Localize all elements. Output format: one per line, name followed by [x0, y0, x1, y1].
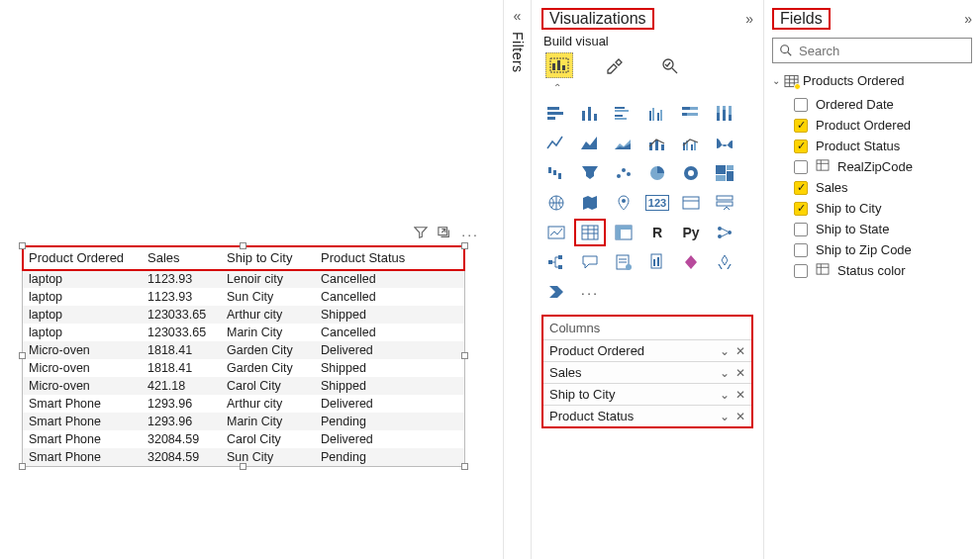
field-item[interactable]: RealZipCode — [772, 156, 972, 177]
line-stacked-column-icon[interactable] — [642, 131, 672, 156]
table-row[interactable]: Micro-oven1818.41Garden CityDelivered — [23, 341, 464, 359]
field-checkbox[interactable]: ✓ — [794, 119, 808, 133]
power-apps-icon[interactable] — [676, 249, 706, 275]
qna-icon[interactable] — [575, 249, 605, 275]
chevron-down-icon[interactable]: ⌄ — [720, 388, 730, 402]
stacked-area-icon[interactable] — [609, 131, 638, 156]
decomposition-tree-icon[interactable] — [541, 249, 571, 275]
column-header[interactable]: Product Status — [315, 246, 464, 270]
stacked-column-100-icon[interactable] — [710, 101, 739, 127]
field-checkbox[interactable] — [794, 160, 808, 174]
ribbon-chart-icon[interactable] — [710, 131, 739, 156]
resize-handle[interactable] — [461, 242, 468, 249]
multi-row-card-icon[interactable] — [710, 190, 739, 216]
resize-handle[interactable] — [19, 242, 26, 249]
field-well-item[interactable]: Product Ordered⌄✕ — [543, 340, 751, 362]
r-visual-icon[interactable]: R — [642, 220, 672, 245]
field-item[interactable]: ✓Sales — [772, 177, 972, 198]
get-more-visuals-icon[interactable] — [710, 249, 739, 275]
field-item[interactable]: Ship to State — [772, 219, 972, 239]
column-header[interactable]: Product Ordered — [23, 246, 142, 270]
field-checkbox[interactable] — [794, 243, 808, 257]
more-visuals-icon[interactable]: ··· — [575, 279, 605, 305]
card-icon[interactable] — [676, 190, 706, 216]
field-checkbox[interactable]: ✓ — [794, 181, 808, 195]
paginated-report-icon[interactable] — [642, 249, 672, 275]
table-row[interactable]: Smart Phone32084.59Carol CityDelivered — [23, 430, 464, 448]
table-visual[interactable]: Product Ordered Sales Ship to City Produ… — [22, 245, 465, 467]
search-input[interactable] — [799, 44, 965, 58]
smart-narrative-icon[interactable] — [609, 249, 638, 275]
table-row[interactable]: laptop123033.65Arthur cityShipped — [23, 306, 464, 324]
column-header[interactable]: Ship to City — [221, 246, 315, 270]
build-tab-icon[interactable] — [545, 52, 573, 78]
line-clustered-column-icon[interactable] — [676, 131, 706, 156]
remove-field-icon[interactable]: ✕ — [735, 410, 745, 423]
field-item[interactable]: ✓Ship to City — [772, 198, 972, 219]
table-visual-icon[interactable] — [575, 220, 605, 245]
matrix-icon[interactable] — [609, 220, 638, 245]
treemap-icon[interactable] — [710, 160, 739, 186]
stacked-column-icon[interactable] — [575, 101, 605, 127]
remove-field-icon[interactable]: ✕ — [735, 344, 745, 358]
focus-mode-icon[interactable] — [438, 226, 451, 242]
more-options-icon[interactable]: ··· — [461, 227, 479, 242]
field-well-item[interactable]: Sales⌄✕ — [543, 362, 751, 384]
table-row[interactable]: laptop123033.65Marin CityCancelled — [23, 324, 464, 341]
pie-chart-icon[interactable] — [642, 160, 672, 186]
clustered-bar-icon[interactable] — [609, 101, 638, 127]
map-icon[interactable] — [541, 190, 571, 216]
remove-field-icon[interactable]: ✕ — [735, 366, 745, 380]
fields-search[interactable] — [772, 38, 972, 63]
table-row[interactable]: Micro-oven1818.41Garden CityShipped — [23, 359, 464, 377]
resize-handle[interactable] — [240, 242, 246, 249]
chevron-down-icon[interactable]: ⌄ — [720, 344, 730, 358]
gauge-icon[interactable]: 123 — [642, 190, 672, 216]
format-tab-icon[interactable] — [601, 52, 629, 78]
stacked-bar-100-icon[interactable] — [676, 101, 706, 127]
field-item[interactable]: Ordered Date — [772, 94, 972, 115]
field-item[interactable]: Status color — [772, 260, 972, 281]
field-item[interactable]: ✓Product Ordered — [772, 115, 972, 136]
field-checkbox[interactable] — [794, 264, 808, 278]
field-checkbox[interactable]: ✓ — [794, 202, 808, 216]
chevron-down-icon[interactable]: ⌄ — [720, 366, 730, 380]
scatter-icon[interactable] — [609, 160, 638, 186]
line-chart-icon[interactable] — [541, 131, 571, 156]
power-automate-icon[interactable] — [541, 279, 571, 305]
expand-filters-icon[interactable]: « — [514, 8, 522, 24]
field-item[interactable]: ✓Product Status — [772, 136, 972, 156]
table-row[interactable]: laptop1123.93Sun CityCancelled — [23, 288, 464, 306]
remove-field-icon[interactable]: ✕ — [735, 388, 745, 402]
resize-handle[interactable] — [461, 463, 468, 470]
filter-icon[interactable] — [414, 226, 428, 242]
kpi-icon[interactable] — [541, 220, 571, 245]
stacked-bar-icon[interactable] — [541, 101, 571, 127]
clustered-column-icon[interactable] — [642, 101, 672, 127]
field-checkbox[interactable]: ✓ — [794, 140, 808, 153]
resize-handle[interactable] — [19, 352, 26, 359]
field-item[interactable]: Ship to Zip Code — [772, 239, 972, 260]
funnel-icon[interactable] — [575, 160, 605, 186]
area-chart-icon[interactable] — [575, 131, 605, 156]
field-checkbox[interactable] — [794, 223, 808, 236]
report-canvas[interactable]: ··· Product Ordered Sales Ship to City P… — [0, 0, 504, 559]
table-row[interactable]: laptop1123.93Lenoir cityCancelled — [23, 270, 464, 289]
table-row[interactable]: Smart Phone1293.96Marin CityPending — [23, 413, 464, 430]
azure-map-icon[interactable] — [609, 190, 638, 216]
table-node[interactable]: ⌄ Products Ordered — [772, 73, 972, 88]
resize-handle[interactable] — [240, 463, 246, 470]
field-well-item[interactable]: Product Status⌄✕ — [543, 406, 751, 426]
analytics-tab-icon[interactable] — [656, 52, 684, 78]
python-visual-icon[interactable]: Py — [676, 220, 706, 245]
table-row[interactable]: Micro-oven421.18Carol CityShipped — [23, 377, 464, 395]
donut-chart-icon[interactable] — [676, 160, 706, 186]
chevron-down-icon[interactable]: ⌄ — [720, 410, 730, 423]
field-well-item[interactable]: Ship to City⌄✕ — [543, 384, 751, 406]
collapse-viz-icon[interactable]: » — [745, 11, 753, 27]
filters-pane-collapsed[interactable]: « Filters — [504, 0, 532, 559]
resize-handle[interactable] — [19, 463, 26, 470]
key-influencers-icon[interactable] — [710, 220, 739, 245]
collapse-fields-icon[interactable]: » — [964, 11, 972, 27]
filled-map-icon[interactable] — [575, 190, 605, 216]
